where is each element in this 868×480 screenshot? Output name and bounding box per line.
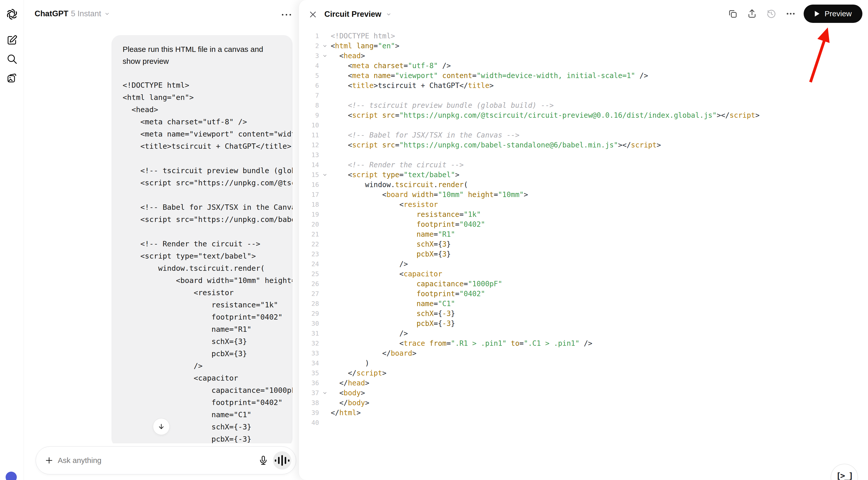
code-line: 40 xyxy=(299,418,859,428)
code-line: 36 </head> xyxy=(299,378,859,388)
code-line: 35 </script> xyxy=(299,368,859,378)
line-number: 5 xyxy=(299,72,319,79)
code-text: <!-- tscircuit preview bundle (global bu… xyxy=(331,101,554,109)
sidebar-item-new-chat[interactable] xyxy=(6,34,18,46)
code-text: resistance="1k" xyxy=(331,210,481,219)
fold-toggle[interactable] xyxy=(319,53,331,59)
code-text: /> xyxy=(331,329,408,338)
line-number: 9 xyxy=(299,111,319,119)
history-button[interactable] xyxy=(765,7,778,20)
fold-chevron-icon[interactable] xyxy=(322,390,328,396)
conversation-options-button[interactable] xyxy=(280,10,293,20)
preview-button[interactable]: Preview xyxy=(804,5,862,23)
fold-toggle[interactable] xyxy=(319,390,331,396)
line-number: 38 xyxy=(299,399,319,407)
close-canvas-button[interactable] xyxy=(307,8,319,21)
fold-chevron-icon[interactable] xyxy=(322,43,328,49)
code-line: 29 schX={-3} xyxy=(299,309,859,319)
code-line: 39</html> xyxy=(299,408,859,418)
composer[interactable] xyxy=(36,446,296,474)
play-icon xyxy=(814,10,820,17)
user-avatar[interactable] xyxy=(6,472,17,480)
scroll-to-bottom-button[interactable] xyxy=(153,418,170,435)
console-button[interactable]: [>_] xyxy=(831,464,858,480)
line-number: 14 xyxy=(299,161,319,168)
line-number: 11 xyxy=(299,131,319,139)
library-icon xyxy=(6,72,18,84)
line-number: 2 xyxy=(299,42,319,50)
code-line: 22 schX={3} xyxy=(299,239,859,249)
canvas-panel: Circuit Preview xyxy=(299,0,868,480)
code-line: 15 <script type="text/babel"> xyxy=(299,170,859,180)
code-text: <capacitor xyxy=(331,270,442,278)
line-number: 23 xyxy=(299,250,319,258)
code-line: 9 <script src="https://unpkg.com/@tscirc… xyxy=(299,110,859,120)
code-editor[interactable]: 1<!DOCTYPE html>2<html lang="en">3 <head… xyxy=(299,31,859,428)
line-number: 15 xyxy=(299,171,319,179)
line-number: 26 xyxy=(299,280,319,288)
fold-chevron-icon[interactable] xyxy=(322,172,328,178)
attach-button[interactable] xyxy=(42,454,56,467)
line-number: 32 xyxy=(299,340,319,347)
share-button[interactable] xyxy=(746,7,758,20)
code-line: 38 </body> xyxy=(299,398,859,408)
history-icon xyxy=(766,8,777,19)
code-line: 4 <meta charset="utf-8" /> xyxy=(299,61,859,71)
code-text: schX={-3} xyxy=(331,310,455,318)
code-text: <html lang="en"> xyxy=(331,42,399,50)
code-text: </html> xyxy=(331,409,361,417)
code-line: 16 window.tscircuit.render( xyxy=(299,180,859,190)
code-text: <trace from=".R1 > .pin1" to=".C1 > .pin… xyxy=(331,339,592,348)
code-line: 20 footprint="0402" xyxy=(299,219,859,229)
code-text: <script src="https://unpkg.com/@tscircui… xyxy=(331,111,760,120)
code-line: 19 resistance="1k" xyxy=(299,210,859,219)
new-chat-icon xyxy=(6,34,18,46)
line-number: 3 xyxy=(299,52,319,60)
code-line: 6 <title>tscircuit + ChatGPT</title> xyxy=(299,81,859,91)
line-number: 1 xyxy=(299,32,319,40)
voice-mode-button[interactable] xyxy=(273,451,291,470)
code-text: ) xyxy=(331,359,369,367)
code-text: </script> xyxy=(331,369,386,377)
code-line: 27 footprint="0402" xyxy=(299,289,859,299)
fold-chevron-icon[interactable] xyxy=(322,53,328,59)
copy-button[interactable] xyxy=(726,7,739,20)
code-text: pcbX={3} xyxy=(331,250,451,258)
line-number: 31 xyxy=(299,330,319,337)
sidebar-item-library[interactable] xyxy=(6,72,18,84)
code-text: <meta name="viewport" content="width=dev… xyxy=(331,71,648,80)
sidebar-rail xyxy=(0,0,24,480)
copy-icon xyxy=(727,8,738,19)
code-line: 18 <resistor xyxy=(299,199,859,210)
code-line: 24 /> xyxy=(299,259,859,269)
fold-toggle[interactable] xyxy=(319,172,331,178)
plus-icon xyxy=(44,456,54,465)
waveform-icon xyxy=(275,459,276,462)
code-text: name="R1" xyxy=(331,230,455,238)
code-line: 34 ) xyxy=(299,358,859,368)
canvas-more-button[interactable] xyxy=(784,7,797,20)
line-number: 6 xyxy=(299,82,319,89)
fold-toggle[interactable] xyxy=(319,43,331,49)
code-text: </body> xyxy=(331,398,369,407)
code-text: </board> xyxy=(331,349,416,357)
code-line: 10 xyxy=(299,120,859,130)
line-number: 16 xyxy=(299,181,319,188)
dictate-button[interactable] xyxy=(256,453,271,468)
code-line: 1<!DOCTYPE html> xyxy=(299,31,859,41)
openai-logo xyxy=(6,8,18,20)
message-input[interactable] xyxy=(58,456,256,465)
sidebar-item-search[interactable] xyxy=(6,53,18,65)
canvas-title-dropdown[interactable]: Circuit Preview xyxy=(324,10,392,19)
model-selector[interactable]: ChatGPT 5 Instant xyxy=(35,9,111,18)
code-text: <body> xyxy=(331,389,365,397)
code-text: capacitance="1000pF" xyxy=(331,280,502,288)
line-number: 25 xyxy=(299,270,319,278)
code-text: window.tscircuit.render( xyxy=(331,181,468,189)
code-text: footprint="0402" xyxy=(331,220,485,229)
line-number: 40 xyxy=(299,419,319,426)
code-text: <!-- Render the circuit --> xyxy=(331,161,464,169)
model-name: 5 Instant xyxy=(71,9,101,18)
code-text: <resistor xyxy=(331,200,438,209)
chat-header: ChatGPT 5 Instant xyxy=(24,0,299,28)
